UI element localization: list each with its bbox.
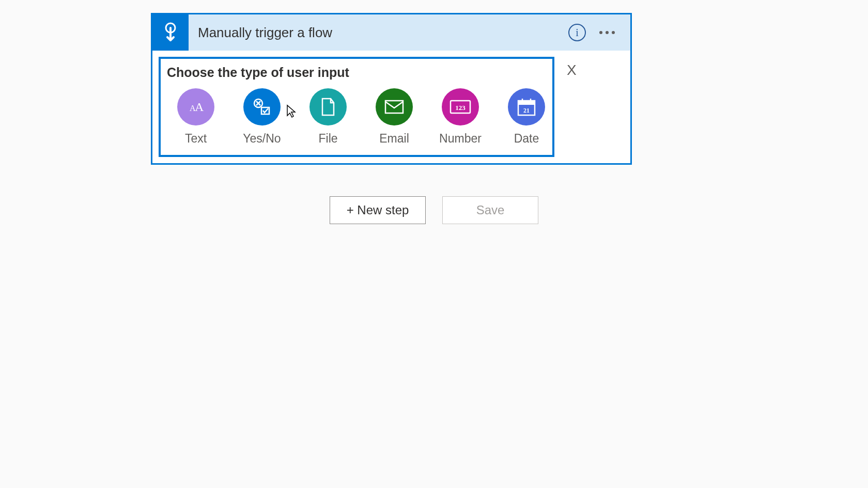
input-type-yesno[interactable]: Yes/No	[242, 88, 282, 146]
input-type-date[interactable]: 21 Date	[507, 88, 546, 146]
input-types-row: AA Text Yes/No	[166, 88, 547, 146]
svg-text:123: 123	[455, 104, 466, 112]
info-icon[interactable]: i	[568, 24, 586, 41]
input-type-label: Email	[379, 132, 409, 146]
trigger-body: Choose the type of user input AA Text	[152, 51, 630, 163]
new-step-label: + New step	[347, 203, 409, 217]
date-icon: 21	[508, 88, 545, 125]
svg-text:21: 21	[523, 107, 530, 114]
ellipsis-dot	[599, 31, 602, 34]
input-type-label: Date	[514, 132, 539, 146]
info-glyph: i	[576, 27, 579, 39]
action-row: + New step Save	[0, 196, 868, 224]
trigger-card: Manually trigger a flow i Choose the typ…	[151, 13, 632, 165]
yesno-icon	[243, 88, 281, 125]
close-glyph: X	[567, 62, 577, 78]
new-step-button[interactable]: + New step	[330, 196, 426, 224]
close-button[interactable]: X	[567, 57, 592, 78]
svg-text:A: A	[195, 100, 204, 114]
svg-rect-12	[518, 101, 535, 105]
email-icon	[376, 88, 413, 125]
input-types-panel: Choose the type of user input AA Text	[159, 57, 554, 157]
number-icon: 123	[442, 88, 479, 125]
ellipsis-dot	[612, 31, 615, 34]
more-options-button[interactable]	[595, 27, 619, 38]
input-type-label: Text	[185, 132, 207, 146]
save-button[interactable]: Save	[442, 196, 538, 224]
input-type-number[interactable]: 123 Number	[441, 88, 480, 146]
file-icon	[309, 88, 347, 125]
trigger-header: Manually trigger a flow i	[152, 14, 630, 51]
input-type-label: Number	[439, 132, 482, 146]
svg-rect-8	[385, 101, 403, 113]
input-type-file[interactable]: File	[308, 88, 348, 146]
input-type-email[interactable]: Email	[375, 88, 414, 146]
trigger-title: Manually trigger a flow	[189, 25, 568, 41]
input-type-label: Yes/No	[243, 132, 281, 146]
ellipsis-dot	[606, 31, 609, 34]
save-label: Save	[476, 203, 505, 217]
trigger-icon	[152, 14, 189, 51]
input-types-heading: Choose the type of user input	[167, 65, 547, 80]
text-icon: AA	[177, 88, 214, 125]
input-type-text[interactable]: AA Text	[176, 88, 215, 146]
input-type-label: File	[318, 132, 337, 146]
